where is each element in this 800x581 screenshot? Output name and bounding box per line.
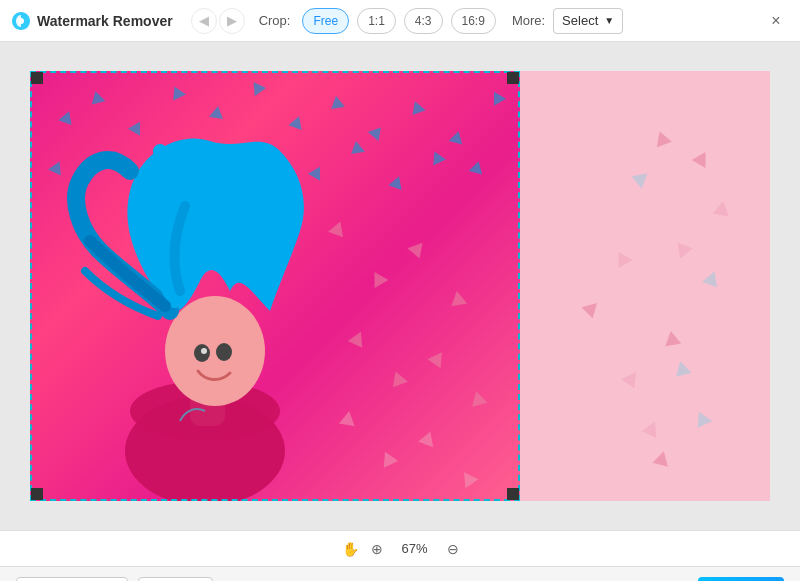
crop-area <box>30 71 520 501</box>
back-button[interactable]: Back <box>138 577 213 581</box>
back-nav-icon: ◀ <box>199 13 209 28</box>
pan-tool-icon[interactable]: ✋ <box>342 541 359 557</box>
crop-label: Crop: <box>259 13 291 28</box>
nav-buttons: ◀ ▶ <box>191 8 245 34</box>
svg-point-6 <box>216 343 232 361</box>
back-nav-button[interactable]: ◀ <box>191 8 217 34</box>
select-dropdown[interactable]: Select ▼ <box>553 8 623 34</box>
save-button[interactable]: Save <box>698 577 784 581</box>
woman-silhouette <box>50 91 390 501</box>
svg-point-4 <box>165 296 265 406</box>
chevron-down-icon: ▼ <box>604 15 614 26</box>
svg-point-0 <box>18 18 24 24</box>
crop-free-button[interactable]: Free <box>302 8 349 34</box>
new-image-button[interactable]: New Image <box>16 577 128 581</box>
crop-16x9-button[interactable]: 16:9 <box>451 8 496 34</box>
close-icon: × <box>771 12 780 30</box>
logo-icon <box>10 10 32 32</box>
canvas-area <box>0 42 800 530</box>
forward-nav-icon: ▶ <box>227 13 237 28</box>
zoom-in-icon[interactable]: ⊕ <box>371 541 383 557</box>
app-title: Watermark Remover <box>37 13 173 29</box>
zoom-bar: ✋ ⊕ 67% ⊖ <box>0 530 800 566</box>
titlebar: Watermark Remover ◀ ▶ Crop: Free 1:1 4:3… <box>0 0 800 42</box>
crop-4x3-button[interactable]: 4:3 <box>404 8 443 34</box>
bottom-bar: New Image Back → Save <box>0 566 800 581</box>
app-logo: Watermark Remover <box>10 10 173 32</box>
crop-1x1-button[interactable]: 1:1 <box>357 8 396 34</box>
zoom-out-icon[interactable]: ⊖ <box>447 541 459 557</box>
forward-nav-button[interactable]: ▶ <box>219 8 245 34</box>
image-container <box>30 71 770 501</box>
svg-point-7 <box>201 348 207 354</box>
select-label: Select <box>562 13 598 28</box>
zoom-level: 67% <box>395 541 435 556</box>
close-button[interactable]: × <box>762 7 790 35</box>
more-label: More: <box>512 13 545 28</box>
